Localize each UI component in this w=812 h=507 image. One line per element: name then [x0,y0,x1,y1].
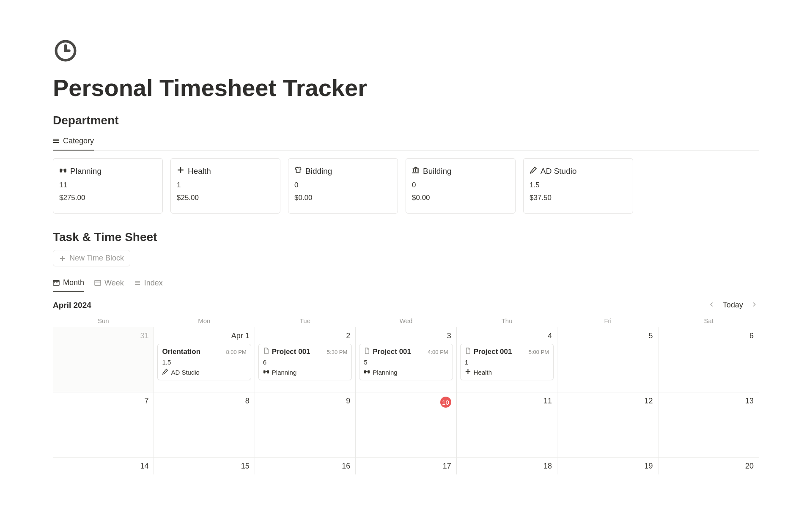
svg-rect-15 [58,282,58,283]
tasks-heading: Task & Time Sheet [53,230,759,244]
calendar-daynum: 2 [258,332,352,340]
calendar-daynum: Apr 1 [157,332,251,340]
tab-week-label: Week [104,279,124,288]
department-card-hours: 1 [177,181,274,189]
calendar-event[interactable]: Orientation 8:00 PM 1.5 AD Studio [157,344,251,380]
new-time-block-label: New Time Block [69,254,124,263]
calendar-daynum: 4 [460,332,554,340]
calendar-daynum: 13 [662,397,755,406]
calendar-cell[interactable]: 20 [658,458,759,474]
bank-icon [412,166,420,176]
new-time-block-button[interactable]: New Time Block [53,250,130,266]
department-card-amount: $25.00 [177,194,274,202]
calendar-daynum: 16 [258,462,352,471]
svg-rect-12 [53,280,59,282]
svg-rect-20 [364,370,366,374]
calendar-cell[interactable]: 15 [154,458,255,474]
department-cards: Planning 11 $275.00 Health 1 $25.00 Bidd… [53,158,759,214]
department-card-hours: 11 [59,181,156,189]
svg-rect-4 [60,169,62,173]
plus-icon [465,368,471,376]
svg-rect-6 [62,170,64,170]
svg-rect-13 [54,282,55,283]
calendar-grid: 31Apr 1 Orientation 8:00 PM 1.5 AD Studi… [53,327,759,474]
page-icon [263,348,269,356]
event-dept: Health [474,369,492,376]
chevron-right-icon [752,301,757,307]
event-hours: 6 [263,359,347,366]
calendar-cell[interactable]: 12 [557,392,658,458]
calendar-daynum: 9 [258,397,352,406]
event-time: 4:00 PM [428,349,448,355]
calendar-next[interactable] [749,300,759,310]
calendar-event[interactable]: Project 001 4:00 PM 5 Planning [359,344,453,380]
event-dept: Planning [373,369,397,376]
department-card-amount: $275.00 [59,194,156,202]
event-hours: 1 [465,359,549,366]
svg-rect-14 [56,282,57,283]
calendar-dow: Fri [557,317,658,324]
department-card[interactable]: AD Studio 1.5 $37.50 [523,158,633,214]
calendar-prev[interactable] [707,300,717,310]
plus-icon [59,255,66,262]
tab-month[interactable]: Month [53,275,84,292]
calendar-daynum: 8 [157,397,251,406]
event-title: Orientation [162,348,200,356]
calendar-daynum: 3 [359,332,453,340]
calendar-cell[interactable]: 13 [658,392,759,458]
plus-icon [177,166,184,176]
binoculars-icon [59,166,67,176]
calendar-dow: Thu [456,317,557,324]
calendar-cell[interactable]: 7 [53,392,154,458]
svg-rect-10 [412,173,419,173]
calendar-dow: Tue [255,317,356,324]
department-card[interactable]: Planning 11 $275.00 [53,158,163,214]
department-card[interactable]: Building 0 $0.00 [406,158,516,214]
calendar-today-button[interactable]: Today [723,301,743,310]
department-card[interactable]: Health 1 $25.00 [170,158,280,214]
binoculars-icon [364,368,370,376]
calendar-cell[interactable]: 9 [255,392,356,458]
calendar-cell[interactable]: 19 [557,458,658,474]
calendar-cell[interactable]: 5 [557,327,658,392]
calendar-daynum: 17 [359,462,453,471]
tab-month-label: Month [63,278,84,287]
pencil-icon [162,368,168,376]
department-card-amount: $0.00 [294,194,392,202]
tab-week[interactable]: Week [94,275,124,292]
calendar-cell[interactable]: 11 [457,392,557,458]
binoculars-icon [263,368,269,376]
calendar-cell[interactable]: 14 [53,458,154,474]
tshirt-icon [294,166,302,176]
tab-index[interactable]: Index [134,275,163,292]
tab-category[interactable]: Category [53,133,94,151]
calendar-dow: Sat [658,317,759,324]
calendar-dow-row: SunMonTueWedThuFriSat [53,315,759,327]
calendar-cell[interactable]: 16 [255,458,356,474]
calendar-cell[interactable]: 8 [154,392,255,458]
department-card-amount: $0.00 [412,194,509,202]
department-card-name: Planning [70,167,102,176]
calendar-cell[interactable]: 18 [457,458,557,474]
calendar-cell[interactable]: 6 [658,327,759,392]
calendar-cell[interactable]: 2 Project 001 5:30 PM 6 Planning [255,327,356,392]
calendar-cell[interactable]: 3 Project 001 4:00 PM 5 Planning [356,327,456,392]
calendar-daynum: 6 [662,332,755,340]
department-card-name: Health [188,167,211,176]
calendar-cell[interactable]: Apr 1 Orientation 8:00 PM 1.5 AD Studio [154,327,255,392]
calendar-week-icon [94,280,101,286]
department-card-name: Building [423,167,452,176]
calendar-event[interactable]: Project 001 5:00 PM 1 Health [460,344,554,380]
calendar-daynum: 14 [57,462,150,471]
calendar-event[interactable]: Project 001 5:30 PM 6 Planning [258,344,352,380]
calendar-cell[interactable]: 4 Project 001 5:00 PM 1 Health [457,327,557,392]
page-icon [53,38,759,65]
department-card-hours: 0 [412,181,509,189]
calendar-cell[interactable]: 17 [356,458,456,474]
calendar-daynum: 5 [561,332,654,340]
calendar-daynum-today: 10 [359,397,453,408]
department-card[interactable]: Bidding 0 $0.00 [288,158,398,214]
calendar-cell[interactable]: 31 [53,327,154,392]
event-hours: 5 [364,359,448,366]
calendar-cell[interactable]: 10 [356,392,456,458]
